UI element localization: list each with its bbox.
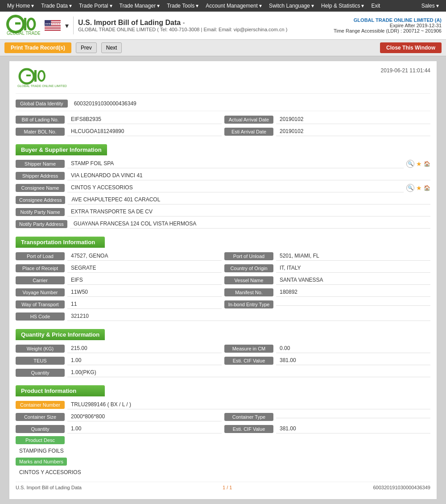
next-button-top[interactable]: Next [101, 42, 122, 53]
account-company-link[interactable]: GLOBAL TRADE ONLINE LIMITED (A) [334, 17, 442, 23]
bol-row: Bill of Lading No. EIFS8B2935 Actual Arr… [16, 115, 430, 124]
svg-text:GLOBAL TRADE ONLINE LIMITED: GLOBAL TRADE ONLINE LIMITED [7, 31, 40, 36]
svg-text:★★★★★★★★★★★★★★★★★★★★★★★★★★★★★★: ★★★★★★★★★★★★★★★★★★★★★★★★★★★★★★★★★★★★★★★★… [45, 22, 61, 25]
shipper-name-label: Shipper Name [16, 160, 65, 168]
close-button-top[interactable]: Close This Window [380, 42, 442, 53]
buyer-supplier-section-header: Buyer & Supplier Information [16, 144, 107, 155]
top-action-bar: Print Trade Record(s) Prev Next Close Th… [0, 40, 446, 56]
container-type-col: Container Type [224, 412, 430, 421]
nav-exit[interactable]: Exit [368, 1, 384, 11]
weight-label: Weight (KG) [16, 345, 65, 353]
mater-bol-label: Mater BOL No. [16, 128, 65, 136]
hs-code-value: 321210 [67, 312, 430, 321]
container-size-value: 2000*806*800 [67, 412, 222, 421]
svg-rect-3 [24, 18, 26, 30]
title-area: U.S. Import Bill of Lading Data - GLOBAL… [78, 19, 329, 32]
port-of-load-value: 47527, GENOA [67, 251, 222, 261]
measure-value: 0.00 [276, 344, 430, 353]
consignee-address-row: Consignee Address AVE CHAPULTEPEC 401 CA… [16, 195, 430, 204]
nav-sales[interactable]: Sales ▾ [418, 1, 442, 11]
voyage-number-value: 11W50 [67, 287, 222, 297]
measure-col: Measure in CM 0.00 [224, 344, 430, 353]
nav-switch-language[interactable]: Switch Language ▾ [265, 1, 318, 11]
actual-arrival-value: 20190102 [276, 115, 430, 124]
svg-rect-12 [45, 29, 61, 30]
card-logo: GLOBAL TRADE ONLINE LIMITED [16, 67, 74, 90]
consignee-star-icon[interactable]: ★ [416, 184, 422, 192]
shipper-home-icon[interactable]: 🏠 [424, 161, 430, 167]
nav-trade-tools[interactable]: Trade Tools ▾ [163, 1, 202, 11]
nav-account-management[interactable]: Account Management ▾ [202, 1, 265, 11]
nav-trade-data[interactable]: Trade Data ▾ [37, 1, 75, 11]
print-button-top[interactable]: Print Trade Record(s) [4, 42, 71, 53]
hs-code-label: HS Code [16, 312, 65, 321]
top-navigation: My Home ▾ Trade Data ▾ Trade Portal ▾ Tr… [0, 0, 446, 12]
nav-trade-portal[interactable]: Trade Portal ▾ [75, 1, 116, 11]
shipper-address-row: Shipper Address VIA LEONARDO DA VINCI 41 [16, 171, 430, 180]
esti-cif-col: Esti. CIF Value 381.00 [224, 356, 430, 365]
prev-button-top[interactable]: Prev [76, 42, 97, 53]
port-of-unload-label: Port of Unload [224, 252, 273, 260]
shipper-address-label: Shipper Address [16, 172, 65, 180]
shipper-icons: 🔍 ★ 🏠 [406, 160, 430, 168]
marks-numbers-section: Marks and Numbers CINTOS Y ACCESORIOS [16, 458, 430, 477]
consignee-home-icon[interactable]: 🏠 [424, 185, 430, 191]
in-bond-entry-col: In-bond Entry Type [224, 300, 430, 309]
esti-cif-value: 381.00 [276, 356, 430, 365]
weight-measure-row: Weight (KG) 215.00 Measure in CM 0.00 [16, 344, 430, 353]
product-qty-cif-row: Quantity 1.00 Esti. CIF Value 381.00 [16, 424, 430, 433]
shipper-address-value: VIA LEONARDO DA VINCI 41 [67, 171, 430, 180]
shipper-search-icon[interactable]: 🔍 [406, 160, 414, 168]
in-bond-entry-label: In-bond Entry Type [224, 300, 273, 308]
way-inbond-row: Way of Transport 11 In-bond Entry Type [16, 300, 430, 309]
carrier-vessel-row: Carrier EIFS Vessel Name SANTA VANESSA [16, 275, 430, 285]
weight-value: 215.00 [67, 344, 222, 353]
global-data-identity-value: 600320191030000436349 [70, 99, 140, 108]
bol-no-col: Bill of Lading No. EIFS8B2935 [16, 115, 222, 124]
logo: GLOBAL TRADE ONLINE LIMITED [4, 14, 40, 37]
hs-code-row: HS Code 321210 [16, 312, 430, 321]
nav-help-statistics[interactable]: Help & Statistics ▾ [318, 1, 368, 11]
place-country-row: Place of Receipt SEGRATE Country of Orig… [16, 263, 430, 273]
svg-text:GLOBAL TRADE ONLINE LIMITED: GLOBAL TRADE ONLINE LIMITED [17, 84, 67, 87]
teus-col: TEUS 1.00 [16, 356, 222, 365]
consignee-icons: 🔍 ★ 🏠 [406, 184, 430, 192]
esti-arrival-label: Esti Arrival Date [224, 128, 273, 136]
nav-trade-manager[interactable]: Trade Manager ▾ [116, 1, 164, 11]
main-content: GLOBAL TRADE ONLINE LIMITED 2019-06-21 1… [0, 56, 446, 504]
carrier-value: EIFS [67, 275, 222, 285]
pagination-record-id: 600320191030000436349 [373, 485, 430, 490]
mater-bol-col: Mater BOL No. HLCUGOA181249890 [16, 127, 222, 136]
consignee-address-value: AVE CHAPULTEPEC 401 CARACOL [68, 195, 430, 204]
svg-rect-2 [15, 22, 21, 25]
container-type-label: Container Type [224, 413, 273, 421]
notify-party-address-row: Notify Party Address GUAYANA FRANCESA 12… [16, 219, 430, 229]
global-data-identity-row: Global Data Identity 6003201910300004363… [16, 99, 430, 111]
consignee-name-value: CINTOS Y ACCESORIOS [67, 183, 404, 192]
notify-party-address-value: GUAYANA FRANCESA 124 COL VISTA HERMOSA [70, 219, 430, 229]
quantity-row: Quantity 1.00(PKG) [16, 368, 430, 377]
vessel-name-label: Vessel Name [224, 276, 273, 284]
nav-my-home[interactable]: My Home ▾ [4, 1, 37, 11]
card-timestamp: 2019-06-21 11:01:44 [381, 67, 430, 74]
svg-rect-17 [26, 75, 31, 76]
svg-rect-11 [45, 28, 61, 29]
product-desc-section: Product Desc STAMPING FOILS [16, 436, 430, 456]
marks-numbers-label: Marks and Numbers [16, 458, 67, 466]
voyage-number-col: Voyage Number 11W50 [16, 287, 222, 297]
actual-arrival-label: Actual Arrival Date [224, 116, 273, 124]
container-number-value: TRLU2989146 ( BX / L / ) [67, 400, 430, 409]
record-card: GLOBAL TRADE ONLINE LIMITED 2019-06-21 1… [9, 61, 437, 500]
manifest-no-label: Manifest No. [224, 288, 273, 296]
header-bar: GLOBAL TRADE ONLINE LIMITED ★★★★★★★★★★★★… [0, 12, 446, 40]
container-number-row: Container Number TRLU2989146 ( BX / L / … [16, 400, 430, 409]
bol-no-value: EIFS8B2935 [67, 115, 222, 124]
teus-label: TEUS [16, 357, 65, 365]
shipper-star-icon[interactable]: ★ [416, 160, 422, 167]
quantity-value: 1.00(PKG) [67, 368, 430, 377]
header-subtitle: GLOBAL TRADE ONLINE LIMITED ( Tel: 400-7… [78, 27, 329, 32]
consignee-search-icon[interactable]: 🔍 [406, 184, 414, 192]
svg-rect-18 [34, 70, 37, 82]
consignee-name-row: Consignee Name CINTOS Y ACCESORIOS 🔍 ★ 🏠 [16, 183, 430, 192]
container-type-value [276, 415, 430, 418]
